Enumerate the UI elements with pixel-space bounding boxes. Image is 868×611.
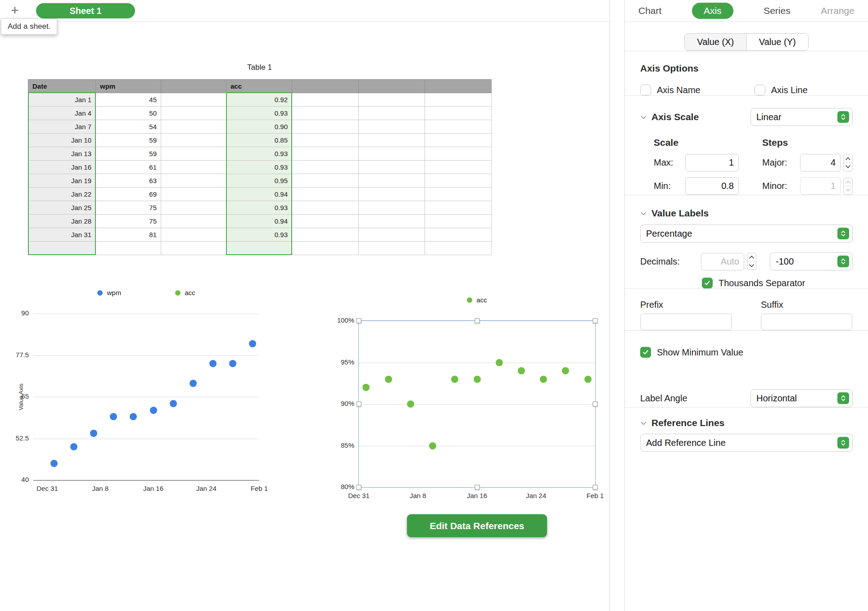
cell[interactable]: Jan 16 [28,161,96,174]
cell[interactable] [359,228,425,242]
column-header[interactable] [425,80,492,93]
wpm-data-point[interactable] [90,430,97,437]
cell[interactable] [292,161,359,174]
cell[interactable] [161,120,226,134]
prefix-field[interactable] [640,314,732,330]
column-header[interactable]: Date [28,80,96,93]
axis-name-checkbox[interactable] [640,85,651,95]
cell[interactable]: 63 [96,174,161,188]
cell[interactable] [292,188,359,201]
acc-data-point[interactable] [518,367,525,374]
axis-line-checkbox[interactable] [755,85,765,95]
acc-data-point[interactable] [362,384,370,391]
cell[interactable] [359,215,425,228]
suffix-field[interactable] [761,314,852,330]
tab-chart[interactable]: Chart [638,5,661,16]
acc-data-point[interactable] [474,376,481,383]
cell[interactable]: 54 [96,120,161,134]
axis-scale-disclosure[interactable]: Axis Scale [640,112,699,122]
show-minimum-option[interactable]: Show Minimum Value [640,347,743,358]
wpm-data-point[interactable] [150,407,157,414]
cell[interactable]: 0.92 [226,93,292,107]
axis-name-option[interactable]: Axis Name [640,85,701,95]
cell[interactable] [292,201,359,215]
cell[interactable]: Jan 31 [28,228,96,242]
acc-data-point[interactable] [451,376,458,383]
cell[interactable]: 0.95 [226,174,292,188]
min-field[interactable]: 0.8 [685,177,739,195]
cell[interactable] [425,161,492,174]
cell[interactable] [161,201,226,215]
tab-series[interactable]: Series [764,5,791,16]
cell[interactable] [292,120,359,134]
acc-data-point[interactable] [407,400,414,408]
stepper-up-icon[interactable] [844,155,852,163]
thousands-separator-option[interactable]: Thousands Separator [702,278,805,288]
wpm-data-point[interactable] [249,340,256,347]
column-header[interactable] [292,80,359,93]
acc-data-point[interactable] [429,442,436,449]
legend-item-acc[interactable]: acc [175,289,195,297]
cell[interactable]: 69 [96,188,161,201]
wpm-data-point[interactable] [190,380,197,387]
column-header[interactable] [359,80,425,93]
legend-item-acc[interactable]: acc [467,296,487,304]
cell[interactable] [28,242,96,255]
cell[interactable] [359,93,425,107]
plot-area[interactable] [359,321,595,487]
cell[interactable]: 50 [96,107,161,120]
tab-axis[interactable]: Axis [692,3,733,19]
cell[interactable]: 0.93 [226,228,292,242]
cell[interactable] [161,174,226,188]
column-header[interactable]: acc [226,80,292,93]
max-field[interactable]: 1 [685,154,739,171]
cell[interactable]: Jan 25 [28,201,96,215]
segment-value-x[interactable]: Value (X) [685,34,746,50]
decimals-stepper[interactable] [747,253,756,270]
segment-value-y[interactable]: Value (Y) [746,34,809,50]
plot-area[interactable] [33,314,259,480]
value-labels-disclosure[interactable]: Value Labels [640,208,709,219]
cell[interactable] [359,201,425,215]
cell[interactable] [292,174,359,188]
negative-format-dropdown[interactable]: -100 [770,252,853,270]
cell[interactable] [161,215,226,228]
cell[interactable] [359,242,425,255]
cell[interactable]: 0.93 [226,201,292,215]
cell[interactable] [292,93,359,107]
cell[interactable] [359,134,425,147]
cell[interactable] [292,215,359,228]
cell[interactable]: Jan 28 [28,215,96,228]
cell[interactable] [425,107,492,120]
legend-item-wpm[interactable]: wpm [97,289,121,297]
wpm-data-point[interactable] [229,360,236,367]
acc-data-point[interactable] [496,359,503,366]
sheet-tab[interactable]: Sheet 1 [36,3,135,18]
cell[interactable]: 75 [96,215,161,228]
cell[interactable] [161,161,226,174]
stepper-down-icon[interactable] [844,163,852,171]
cell[interactable] [226,242,292,255]
cell[interactable] [425,93,492,107]
acc-data-point[interactable] [385,376,392,383]
major-stepper[interactable] [843,154,853,171]
cell[interactable]: Jan 1 [28,93,96,107]
cell[interactable] [359,107,425,120]
wpm-data-point[interactable] [209,360,217,367]
cell[interactable] [425,242,492,255]
cell[interactable]: 0.93 [226,161,292,174]
cell[interactable]: Jan 19 [28,174,96,188]
cell[interactable]: 59 [96,147,161,161]
acc-data-point[interactable] [584,376,592,383]
cell[interactable] [96,242,161,255]
add-sheet-button[interactable]: + [7,1,23,19]
edit-data-references-button[interactable]: Edit Data References [407,514,547,537]
cell[interactable]: Jan 7 [28,120,96,134]
stepper-down-icon[interactable] [747,262,756,270]
cell[interactable]: 0.90 [226,120,292,134]
thousands-separator-checkbox[interactable] [702,278,713,288]
cell[interactable]: Jan 13 [28,147,96,161]
column-header[interactable]: wpm [96,80,161,93]
axis-scale-dropdown[interactable]: Linear [750,108,853,126]
wpm-data-point[interactable] [70,443,77,450]
